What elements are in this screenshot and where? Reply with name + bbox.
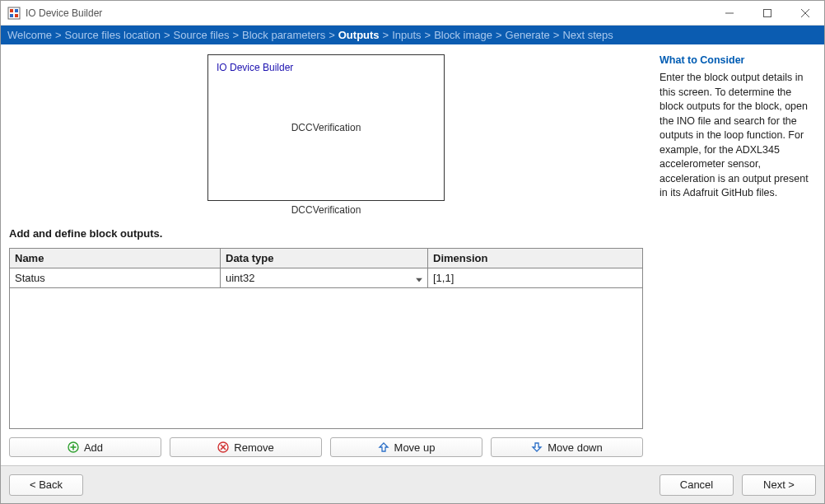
move-down-button-label: Move down xyxy=(548,441,602,454)
svg-rect-4 xyxy=(15,14,18,17)
breadcrumb-separator: > xyxy=(496,29,502,41)
remove-icon xyxy=(217,441,229,453)
content-area: IO Device Builder DCCVerification DCCVer… xyxy=(1,44,824,465)
breadcrumb-separator: > xyxy=(425,29,431,41)
outputs-table: Name Data type Dimension Status uint32 [… xyxy=(9,248,643,429)
side-panel-title: What to Consider xyxy=(660,54,816,66)
window-maximize-button[interactable] xyxy=(748,1,786,26)
breadcrumb-item[interactable]: Generate xyxy=(506,29,550,41)
cell-type[interactable]: uint32 xyxy=(221,268,428,288)
breadcrumb-separator: > xyxy=(232,29,239,41)
block-diagram: IO Device Builder DCCVerification xyxy=(207,54,445,201)
diagram-caption: DCCVerification xyxy=(291,204,361,216)
back-button[interactable]: < Back xyxy=(9,474,83,496)
breadcrumb-item[interactable]: Inputs xyxy=(392,29,421,41)
next-button[interactable]: Next > xyxy=(742,474,816,496)
svg-rect-6 xyxy=(764,9,771,16)
arrow-down-icon xyxy=(531,441,543,453)
breadcrumb-separator: > xyxy=(383,29,389,41)
titlebar: IO Device Builder xyxy=(1,1,824,26)
cell-dimension[interactable]: [1,1] xyxy=(428,268,642,288)
col-header-dimension[interactable]: Dimension xyxy=(428,249,642,268)
cell-type-value: uint32 xyxy=(226,272,254,284)
breadcrumb-separator: > xyxy=(164,29,170,41)
cell-name[interactable]: Status xyxy=(10,268,221,288)
remove-button-label: Remove xyxy=(234,441,273,454)
svg-marker-9 xyxy=(416,278,422,282)
cancel-button[interactable]: Cancel xyxy=(660,474,734,496)
breadcrumb-separator: > xyxy=(329,29,335,41)
move-up-button[interactable]: Move up xyxy=(330,437,482,457)
add-button-label: Add xyxy=(84,441,103,454)
dropdown-arrow-icon xyxy=(416,272,422,284)
breadcrumb-item[interactable]: Source files location xyxy=(65,29,161,41)
table-buttons-row: Add Remove Move up Move down xyxy=(9,429,643,465)
window-minimize-button[interactable] xyxy=(711,1,748,26)
diagram-title: IO Device Builder xyxy=(217,62,293,73)
table-header: Name Data type Dimension xyxy=(10,249,642,268)
breadcrumb-item[interactable]: Block parameters xyxy=(242,29,325,41)
arrow-up-icon xyxy=(378,441,389,453)
back-button-label: < Back xyxy=(30,478,63,491)
remove-button[interactable]: Remove xyxy=(170,437,322,457)
breadcrumb-item[interactable]: Source files xyxy=(173,29,229,41)
window-title: IO Device Builder xyxy=(26,7,711,19)
svg-rect-3 xyxy=(10,14,13,17)
table-body: Status uint32 [1,1] xyxy=(10,268,642,428)
breadcrumb-item[interactable]: Welcome xyxy=(7,29,52,41)
window-close-button[interactable] xyxy=(786,1,824,26)
col-header-type[interactable]: Data type xyxy=(221,249,428,268)
section-label: Add and define block outputs. xyxy=(9,227,643,240)
main-panel: IO Device Builder DCCVerification DCCVer… xyxy=(1,44,651,465)
add-icon xyxy=(68,441,79,453)
app-icon xyxy=(7,7,21,20)
side-panel: What to Consider Enter the block output … xyxy=(651,44,824,465)
breadcrumb-item[interactable]: Block image xyxy=(434,29,492,41)
breadcrumb-separator: > xyxy=(553,29,560,41)
table-row[interactable]: Status uint32 [1,1] xyxy=(10,268,642,288)
svg-rect-2 xyxy=(15,9,18,12)
breadcrumb: Welcome>Source files location>Source fil… xyxy=(1,26,824,44)
side-panel-text: Enter the block output details in this s… xyxy=(660,71,816,201)
cancel-button-label: Cancel xyxy=(680,478,713,491)
breadcrumb-separator: > xyxy=(55,29,62,41)
block-diagram-wrap: IO Device Builder DCCVerification DCCVer… xyxy=(9,54,643,216)
footer-bar: < Back Cancel Next > xyxy=(1,465,824,503)
svg-rect-1 xyxy=(10,9,13,12)
move-down-button[interactable]: Move down xyxy=(491,437,643,457)
next-button-label: Next > xyxy=(763,478,795,491)
diagram-center-label: DCCVerification xyxy=(291,122,361,133)
breadcrumb-item[interactable]: Next steps xyxy=(562,29,613,41)
breadcrumb-item[interactable]: Outputs xyxy=(338,29,380,41)
add-button[interactable]: Add xyxy=(9,437,161,457)
col-header-name[interactable]: Name xyxy=(10,249,221,268)
move-up-button-label: Move up xyxy=(394,441,436,454)
